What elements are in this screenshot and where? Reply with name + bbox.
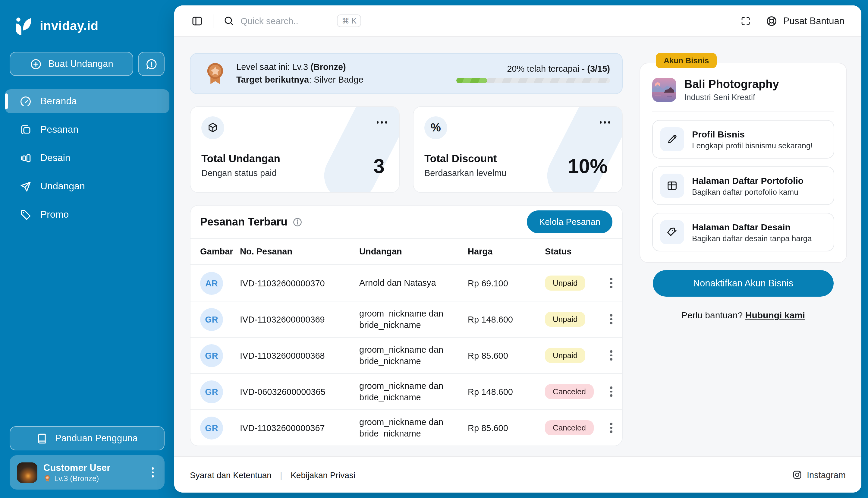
main-panel: ⌘ K Pusat Bantuan — [174, 5, 862, 493]
table-row[interactable]: GR IVD-11032600000367 groom_nickname dan… — [190, 409, 622, 446]
stat-subtitle: Dengan status paid — [201, 168, 388, 178]
order-price: Rp 69.100 — [468, 278, 545, 288]
chat-alert-icon — [145, 57, 158, 70]
sidebar-item-label: Pesanan — [40, 124, 78, 135]
tags-icon — [660, 220, 684, 244]
link-subtitle: Lengkapi profil bisnismu sekarang! — [692, 141, 813, 150]
contact-us-link[interactable]: Hubungi kami — [745, 310, 805, 320]
terms-link[interactable]: Syarat dan Ketentuan — [190, 470, 271, 480]
create-invitation-button[interactable]: Buat Undangan — [10, 52, 133, 76]
lifebuoy-icon — [766, 15, 778, 27]
design-layout-icon — [19, 152, 32, 164]
bronze-medal-icon — [202, 61, 228, 86]
portfolio-list-link[interactable]: Halaman Daftar Portofolio Bagikan daftar… — [652, 167, 834, 205]
order-price: Rp 85.600 — [468, 351, 545, 360]
sidebar: inviday.id Buat Undangan Bera — [0, 0, 174, 498]
grid-icon — [660, 174, 684, 198]
user-profile-card[interactable]: Customer User Lv.3 (Bronze) — [10, 455, 164, 489]
instagram-label: Instagram — [807, 470, 846, 480]
status-badge: Unpaid — [545, 276, 585, 291]
bronze-medal-icon — [43, 474, 51, 482]
row-menu-button[interactable] — [606, 312, 623, 327]
row-menu-button[interactable] — [606, 384, 623, 399]
row-menu-button[interactable] — [606, 276, 623, 291]
gauge-icon — [19, 95, 32, 108]
level-banner: Level saat ini: Lv.3 (Bronze) Target ber… — [190, 53, 623, 94]
user-guide-button[interactable]: Panduan Pengguna — [10, 426, 164, 450]
table-row[interactable]: GR IVD-11032600000368 groom_nickname dan… — [190, 337, 622, 373]
table-row[interactable]: GR IVD-11032600000369 groom_nickname dan… — [190, 301, 622, 337]
link-subtitle: Bagikan daftar desain tanpa harga — [692, 234, 812, 243]
invitation-name: groom_nickname dan bride_nickname — [359, 416, 468, 439]
link-subtitle: Bagikan daftar portofolio kamu — [692, 187, 803, 196]
order-number: IVD-06032600000365 — [240, 387, 359, 396]
order-number: IVD-11032600000370 — [240, 278, 359, 288]
logo-text: inviday.id — [40, 19, 98, 33]
help-center-button[interactable]: Pusat Bantuan — [766, 15, 844, 27]
sidebar-item-pesanan[interactable]: Pesanan — [5, 118, 169, 142]
instagram-link[interactable]: Instagram — [792, 470, 846, 480]
order-number: IVD-11032600000367 — [240, 423, 359, 433]
business-name: Bali Photography — [684, 78, 779, 91]
search-input[interactable] — [241, 16, 331, 26]
announcement-button[interactable] — [138, 52, 164, 76]
link-title: Profil Bisnis — [692, 129, 813, 139]
topbar-divider — [213, 14, 213, 27]
progress-label: 20% telah tercapai - (3/15) — [456, 64, 610, 74]
level-progress-bar — [456, 78, 610, 83]
invitation-name: groom_nickname dan bride_nickname — [359, 344, 468, 367]
table-row[interactable]: AR IVD-11032600000370 Arnold dan Natasya… — [190, 265, 622, 301]
design-list-link[interactable]: Halaman Daftar Desain Bagikan daftar des… — [652, 213, 834, 251]
divider — [652, 112, 834, 112]
stat-value: 10% — [568, 155, 607, 178]
sidebar-item-beranda[interactable]: Beranda — [5, 89, 169, 113]
quick-search[interactable]: ⌘ K — [223, 14, 361, 27]
info-icon[interactable] — [292, 217, 302, 227]
manage-orders-button[interactable]: Kelola Pesanan — [527, 210, 612, 233]
send-icon — [19, 180, 32, 193]
business-profile-link[interactable]: Profil Bisnis Lengkapi profil bisnismu s… — [652, 120, 834, 159]
sidebar-item-undangan[interactable]: Undangan — [5, 174, 169, 198]
user-menu-button[interactable] — [148, 465, 157, 480]
create-invitation-label: Buat Undangan — [48, 58, 113, 69]
card-menu-button[interactable] — [598, 116, 611, 128]
sidebar-item-label: Beranda — [40, 96, 77, 107]
sidebar-item-promo[interactable]: Promo — [5, 202, 169, 227]
fullscreen-icon[interactable] — [740, 15, 751, 26]
status-badge: Canceled — [545, 384, 594, 399]
card-menu-button[interactable] — [375, 116, 388, 128]
sidebar-item-label: Promo — [40, 209, 69, 220]
recent-orders-card: Pesanan Terbaru Kelola Pesanan Gambar No… — [190, 205, 623, 446]
order-avatar: GR — [200, 308, 223, 331]
app-window: inviday.id Buat Undangan Bera — [0, 0, 868, 498]
panel-footer: Syarat dan Ketentuan | Kebijakan Privasi… — [174, 456, 862, 493]
order-avatar: GR — [200, 344, 223, 367]
status-badge: Unpaid — [545, 348, 585, 363]
sidebar-toggle-icon[interactable] — [191, 15, 203, 27]
stat-title: Total Undangan — [201, 153, 388, 165]
order-price: Rp 148.600 — [468, 387, 545, 396]
privacy-link[interactable]: Kebijakan Privasi — [291, 470, 355, 480]
stat-card-total-undangan: Total Undangan Dengan status paid 3 — [190, 106, 400, 193]
user-avatar — [17, 462, 37, 483]
order-price: Rp 85.600 — [468, 423, 545, 433]
business-industry: Industri Seni Kreatif — [684, 93, 779, 102]
orders-copy-icon — [19, 123, 32, 136]
order-avatar: GR — [200, 416, 223, 439]
user-level-label: Lv.3 (Bronze) — [54, 474, 99, 483]
row-menu-button[interactable] — [606, 348, 623, 363]
brand: inviday.id — [0, 0, 174, 36]
plus-circle-icon — [29, 57, 42, 70]
business-account-tag: Akun Bisnis — [656, 53, 717, 68]
user-guide-label: Panduan Pengguna — [55, 433, 138, 444]
business-thumbnail — [652, 78, 676, 102]
business-account-card: Bali Photography Industri Seni Kreatif — [640, 63, 847, 263]
sidebar-item-desain[interactable]: Desain — [5, 146, 169, 170]
order-number: IVD-11032600000369 — [240, 314, 359, 324]
deactivate-business-button[interactable]: Nonaktifkan Akun Bisnis — [653, 270, 833, 297]
table-row[interactable]: GR IVD-06032600000365 groom_nickname dan… — [190, 373, 622, 409]
row-menu-button[interactable] — [606, 420, 623, 435]
stat-value: 3 — [373, 155, 385, 178]
link-title: Halaman Daftar Portofolio — [692, 175, 803, 185]
order-number: IVD-11032600000368 — [240, 351, 359, 360]
